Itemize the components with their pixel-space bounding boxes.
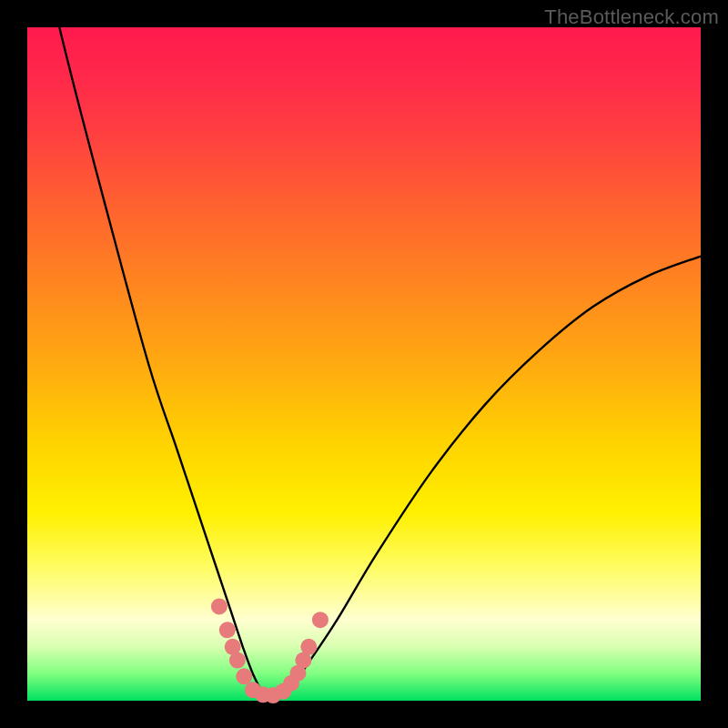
curve-group	[27, 0, 701, 697]
watermark-text: TheBottleneck.com	[544, 5, 719, 29]
data-marker	[229, 652, 246, 669]
data-marker	[312, 612, 329, 628]
data-marker	[300, 639, 317, 655]
curve-right-branch	[269, 257, 701, 698]
chart-frame: TheBottleneck.com	[0, 0, 728, 728]
marker-group	[211, 598, 329, 703]
chart-svg	[27, 27, 701, 701]
curve-left-branch	[27, 0, 269, 697]
data-marker	[219, 622, 236, 638]
data-marker	[211, 598, 228, 614]
data-marker	[236, 668, 252, 684]
